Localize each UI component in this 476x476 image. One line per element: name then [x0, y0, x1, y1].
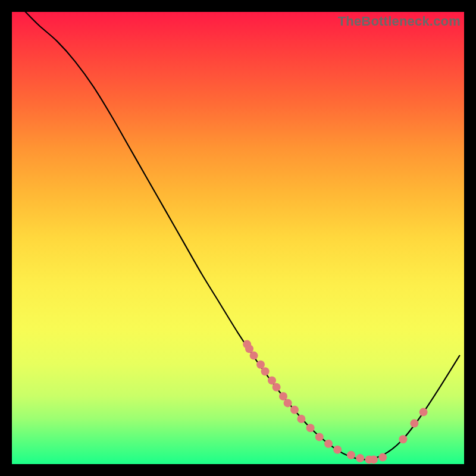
- data-point: [356, 454, 364, 462]
- data-point: [256, 361, 265, 369]
- data-point: [347, 451, 355, 459]
- plot-area: TheBottleneck.com: [12, 12, 464, 464]
- data-point: [378, 453, 387, 462]
- data-point: [399, 435, 407, 443]
- data-point: [284, 399, 292, 407]
- data-point: [268, 376, 276, 384]
- data-point: [419, 408, 428, 416]
- data-point: [250, 352, 258, 360]
- data-point: [324, 440, 333, 448]
- bottleneck-curve: [26, 12, 460, 459]
- data-point: [290, 406, 299, 414]
- data-point: [245, 345, 253, 353]
- data-point: [261, 367, 270, 375]
- data-point: [306, 424, 315, 432]
- data-point: [333, 446, 342, 454]
- data-point: [279, 392, 287, 400]
- data-point: [410, 419, 418, 428]
- data-point: [273, 383, 281, 392]
- data-point: [369, 455, 378, 464]
- chart-svg: [12, 12, 464, 464]
- data-point: [315, 433, 324, 441]
- data-point: [297, 415, 305, 423]
